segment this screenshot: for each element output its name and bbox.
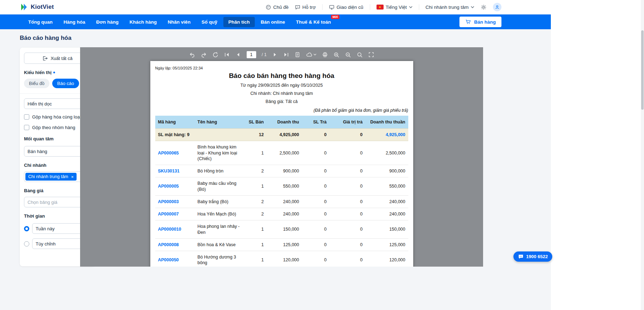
refresh-button[interactable] bbox=[212, 52, 218, 58]
checkbox-icon[interactable] bbox=[24, 125, 29, 130]
report-price-line: Bảng giá: Tất cả bbox=[155, 99, 408, 104]
tab-khach-hang[interactable]: Khách hàng bbox=[125, 17, 162, 27]
product-code-link[interactable]: AP000007 bbox=[158, 212, 179, 217]
search-button[interactable] bbox=[357, 52, 363, 58]
user-avatar[interactable] bbox=[493, 3, 501, 11]
tab-so-quy[interactable]: Sổ quỹ bbox=[197, 17, 222, 27]
qty-returned: 0 bbox=[302, 208, 330, 220]
table-row: AP0000010 Hoa phong lan nhảy - Đen 1 150… bbox=[155, 220, 408, 239]
return-value: 0 bbox=[330, 251, 366, 267]
support-menu-item[interactable]: Hỗ trợ bbox=[295, 5, 316, 10]
branch-selector[interactable]: Chi nhánh trung tâm bbox=[426, 5, 474, 10]
table-row: SKU30131 Bó Hồng tròn 2 900,000 0 0 900,… bbox=[155, 165, 408, 177]
tab-hang-hoa[interactable]: Hàng hóa bbox=[59, 17, 90, 27]
time-preset-value: Tuần này bbox=[36, 226, 55, 231]
tab-ban-online[interactable]: Bán online bbox=[256, 17, 290, 27]
report-pill[interactable]: Báo cáo bbox=[52, 79, 79, 88]
kiotviet-logo[interactable]: KiotViet bbox=[20, 3, 54, 11]
return-value: 0 bbox=[330, 195, 366, 208]
zoom-in-button[interactable] bbox=[333, 52, 339, 58]
viewer-toolbar: / 1 bbox=[80, 47, 483, 59]
merge-by-group-label: Gộp theo nhóm hàng bbox=[32, 125, 75, 130]
product-code-link[interactable]: AP000005 bbox=[158, 184, 179, 189]
theme-label: Chủ đề bbox=[273, 5, 289, 10]
undo-icon bbox=[189, 52, 195, 58]
first-page-button[interactable] bbox=[224, 52, 230, 57]
tab-nhan-vien[interactable]: Nhân viên bbox=[163, 17, 195, 27]
net-revenue: 150,000 bbox=[366, 220, 408, 239]
last-page-button[interactable] bbox=[283, 52, 289, 57]
product-name: Hoa phong lan nhảy - Đen bbox=[195, 220, 244, 239]
net-revenue: 240,000 bbox=[366, 208, 408, 220]
tab-phan-tich[interactable]: Phân tích bbox=[223, 17, 255, 27]
branch-tag: Chi nhánh trung tâm × bbox=[25, 173, 77, 181]
product-code-link[interactable]: AP000065 bbox=[158, 151, 179, 156]
revenue: 900,000 bbox=[267, 165, 302, 177]
vertical-scrollbar[interactable] bbox=[641, 0, 644, 310]
vietnam-flag-icon: ★ bbox=[377, 5, 384, 10]
next-page-button[interactable] bbox=[272, 52, 278, 57]
product-code-link[interactable]: SKU30131 bbox=[158, 169, 180, 174]
prev-page-button[interactable] bbox=[235, 52, 241, 57]
revenue: 240,000 bbox=[267, 208, 302, 220]
return-value: 0 bbox=[330, 220, 366, 239]
page-number-input[interactable] bbox=[247, 51, 256, 58]
net-revenue: 240,000 bbox=[366, 195, 408, 208]
product-code-link[interactable]: AP000003 bbox=[158, 199, 179, 204]
net-revenue: 120,000 bbox=[366, 251, 408, 267]
qty-sold: 2 bbox=[244, 165, 267, 177]
theme-menu-item[interactable]: Chủ đề bbox=[266, 5, 289, 10]
cloud-download-button[interactable] bbox=[306, 52, 317, 57]
col-doanh-thu-thuan: Doanh thu thuần bbox=[366, 116, 408, 129]
revenue: 240,000 bbox=[267, 195, 302, 208]
product-code-link[interactable]: AP000008 bbox=[158, 242, 179, 247]
checkbox-icon[interactable] bbox=[24, 114, 29, 120]
col-ten-hang: Tên hàng bbox=[195, 116, 244, 129]
tab-don-hang[interactable]: Đơn hàng bbox=[91, 17, 124, 27]
product-name: Bó Hướng dương 3 bông bbox=[195, 251, 244, 267]
export-document-button[interactable] bbox=[295, 52, 300, 57]
main-content: Báo cáo hàng hóa Xuất tất cả Kiểu hiển t… bbox=[0, 30, 551, 310]
revenue: 120,000 bbox=[267, 251, 302, 267]
chart-pill[interactable]: Biểu đồ bbox=[24, 79, 49, 88]
print-button[interactable] bbox=[322, 52, 328, 57]
tab-tong-quan[interactable]: Tổng quan bbox=[23, 17, 58, 27]
table-row: AP000003 Baby trắng (Bó) 2 240,000 0 0 2… bbox=[155, 195, 408, 208]
language-selector[interactable]: ★ Tiếng Việt bbox=[377, 5, 413, 10]
topbar: KiotViet Chủ đề Hỗ trợ bbox=[0, 0, 551, 14]
report-page: Ngày lập: 05/10/2025 22:34 Báo cáo bán h… bbox=[150, 61, 413, 267]
undo-button[interactable] bbox=[189, 52, 195, 58]
remove-tag-icon[interactable]: × bbox=[71, 175, 74, 179]
page-title: Báo cáo hàng hóa bbox=[20, 35, 71, 42]
product-code-link[interactable]: AP0000010 bbox=[158, 227, 181, 232]
tab-thue-ke-toan[interactable]: Thuế & Kế toán Mới bbox=[291, 17, 336, 27]
table-row: AP000050 Bó Hướng dương 3 bông 1 120,000… bbox=[155, 251, 408, 267]
settings-button[interactable] bbox=[481, 4, 487, 10]
qty-returned: 0 bbox=[302, 238, 330, 251]
topbar-separator bbox=[419, 4, 419, 10]
product-name: Bình hoa khung kim loại - Khung kim loại… bbox=[195, 141, 244, 165]
table-header-row: Mã hàng Tên hàng SL Bán Doanh thu SL Trả… bbox=[155, 116, 408, 129]
kiotviet-logo-icon bbox=[20, 3, 28, 11]
export-all-label: Xuất tất cả bbox=[50, 56, 72, 61]
scrollbar-thumb[interactable] bbox=[641, 30, 644, 110]
cart-icon bbox=[465, 19, 471, 25]
export-icon bbox=[42, 56, 48, 61]
redo-button[interactable] bbox=[201, 52, 207, 58]
cloud-download-icon bbox=[306, 52, 313, 57]
time-custom-radio[interactable] bbox=[24, 241, 29, 247]
hotline-chat-button[interactable]: 1900 6522 bbox=[513, 251, 552, 262]
qty-sold: 1 bbox=[244, 251, 267, 267]
chevron-down-icon bbox=[313, 54, 317, 56]
time-preset-radio[interactable] bbox=[24, 226, 29, 231]
product-code-link[interactable]: AP000050 bbox=[158, 257, 179, 262]
fullscreen-button[interactable] bbox=[368, 52, 374, 57]
sell-button[interactable]: Bán hàng bbox=[459, 17, 501, 27]
app-window: KiotViet Chủ đề Hỗ trợ bbox=[0, 0, 551, 310]
old-ui-menu-item[interactable]: Giao diện cũ bbox=[329, 5, 363, 10]
theme-icon bbox=[266, 5, 271, 10]
monitor-icon bbox=[329, 5, 335, 10]
zoom-out-button[interactable] bbox=[345, 52, 351, 58]
qty-sold: 2 bbox=[244, 195, 267, 208]
net-revenue: 550,000 bbox=[366, 177, 408, 196]
